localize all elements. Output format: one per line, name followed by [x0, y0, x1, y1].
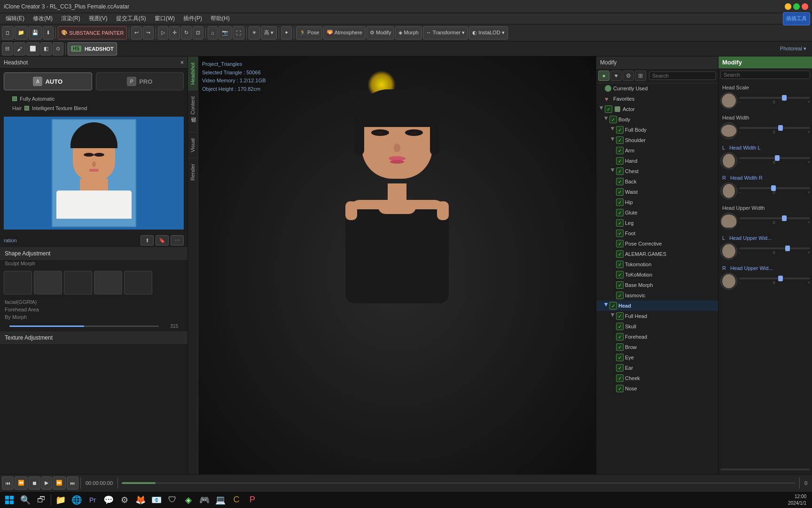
tree-filter-settings[interactable]: ⚙ — [623, 71, 634, 81]
quality-dropdown[interactable]: 高 ▾ — [261, 26, 277, 40]
app5[interactable]: 🛡 — [165, 492, 180, 508]
check-full-head[interactable]: ✓ — [616, 312, 624, 320]
tree-item-ear[interactable]: ✓ Ear — [596, 363, 718, 373]
tree-item-forehead[interactable]: ✓ Forehead — [596, 332, 718, 342]
app4[interactable]: 📧 — [149, 492, 164, 508]
app2[interactable]: ⚙ — [117, 492, 132, 508]
menu-submit[interactable]: 提交工具(S) — [112, 14, 150, 24]
morph-thumb-3[interactable] — [64, 271, 92, 294]
open-btn[interactable]: 📁 — [15, 26, 28, 40]
undo-btn[interactable]: ↩ — [131, 26, 142, 40]
select-btn[interactable]: ▷ — [158, 26, 168, 40]
head-upper-width-slider[interactable] — [739, 217, 810, 219]
app6[interactable]: ◈ — [181, 492, 196, 508]
edge-browser[interactable]: 🌐 — [69, 492, 84, 508]
check-head-section[interactable]: ✓ — [609, 302, 617, 310]
minimize-button[interactable] — [785, 3, 791, 10]
tree-item-chest[interactable]: ▶ ✓ Chest — [596, 166, 718, 176]
check-hip[interactable]: ✓ — [616, 198, 624, 206]
close-button[interactable] — [802, 3, 808, 10]
auto-mode-btn[interactable]: A AUTO — [4, 72, 92, 90]
settings-sm-btn[interactable]: ⋯ — [171, 235, 184, 246]
mask-btn[interactable]: ◧ — [40, 42, 52, 56]
check-skull[interactable]: ✓ — [616, 323, 624, 330]
layer-btn[interactable]: ⊟ — [2, 42, 13, 56]
hide-plugin-btn[interactable]: 插插工具 — [783, 12, 810, 25]
redo-btn[interactable]: ↪ — [143, 26, 154, 40]
arrow-head-section[interactable]: ▶ — [604, 302, 609, 309]
tree-item-glute[interactable]: ✓ Glute — [596, 207, 718, 218]
tree-filter-used[interactable]: ● — [598, 71, 609, 81]
photo-upload-area[interactable] — [4, 117, 184, 230]
check-cheek[interactable]: ✓ — [616, 374, 624, 382]
head-upper-width-l-slider[interactable] — [739, 247, 810, 249]
scene-tree-search[interactable] — [649, 71, 716, 80]
check-actor[interactable]: ✓ — [605, 105, 612, 113]
head-scale-slider[interactable] — [739, 97, 810, 99]
tree-filter-fav[interactable]: ♥ — [610, 71, 622, 81]
check-pose[interactable]: ✓ — [616, 240, 624, 247]
menu-render[interactable]: 渲染(R) — [57, 14, 84, 24]
head-upper-width-r-slider[interactable] — [739, 278, 810, 279]
check-hand[interactable]: ✓ — [616, 157, 624, 165]
menu-plugin[interactable]: 插件(P) — [180, 14, 206, 24]
check-eye[interactable]: ✓ — [616, 354, 624, 361]
check-foot[interactable]: ✓ — [616, 230, 624, 237]
app8[interactable]: 💻 — [213, 492, 228, 508]
tree-item-brow[interactable]: ✓ Brow — [596, 342, 718, 352]
prev-frame-btn[interactable]: ⏪ — [15, 476, 28, 490]
app7[interactable]: 🎮 — [197, 492, 212, 508]
stop-btn[interactable]: ⏹ — [29, 476, 40, 490]
tree-item-head-section[interactable]: ▶ ✓ Head — [596, 301, 718, 311]
morph-btn[interactable]: ◈ Morph — [395, 26, 422, 40]
side-tab-extra[interactable]: 路路 — [188, 120, 198, 132]
tree-item-alemar[interactable]: ✓ ALEMAR.GAMES — [596, 249, 718, 259]
tree-item-nose[interactable]: ✓ Nose — [596, 383, 718, 394]
arrow-full-head[interactable]: ▶ — [610, 313, 616, 319]
arrow-actor[interactable]: ▶ — [599, 106, 604, 112]
home-btn[interactable]: ⌂ — [208, 26, 218, 40]
modify-btn[interactable]: ⚙ Modify — [367, 26, 394, 40]
end-btn[interactable]: ⏭ — [67, 476, 78, 490]
menu-edit[interactable]: 编辑(E) — [2, 14, 28, 24]
head-width-r-slider[interactable] — [739, 187, 810, 189]
side-tab-render[interactable]: Render — [188, 158, 198, 186]
tree-item-eye[interactable]: ✓ Eye — [596, 352, 718, 363]
tree-item-foot[interactable]: ✓ Foot — [596, 228, 718, 238]
next-frame-btn[interactable]: ⏩ — [53, 476, 66, 490]
head-width-l-slider[interactable] — [739, 157, 810, 159]
menu-view[interactable]: 视图(V) — [85, 14, 111, 24]
app3[interactable]: 🦊 — [133, 492, 148, 508]
star-btn[interactable]: ✦ — [281, 26, 292, 40]
check-body[interactable]: ✓ — [609, 116, 617, 123]
tree-item-full-body[interactable]: ▶ ✓ Full Body — [596, 125, 718, 135]
pose-btn[interactable]: 🏃 Pose — [296, 26, 322, 40]
check-nose[interactable]: ✓ — [616, 385, 624, 392]
pro-mode-btn[interactable]: P PRO — [96, 72, 184, 90]
fullscreen-btn[interactable]: ⛶ — [233, 26, 244, 40]
tree-item-leg[interactable]: ✓ Leg — [596, 218, 718, 228]
tree-item-tokomotion[interactable]: ✓ Tokomotion — [596, 259, 718, 270]
start-button[interactable] — [2, 492, 17, 508]
paint-btn[interactable]: 🖌 — [14, 42, 25, 56]
headshot-panel-close[interactable]: × — [180, 59, 184, 66]
save-btn[interactable]: 💾 — [29, 26, 42, 40]
import-btn[interactable]: ⬇ — [43, 26, 54, 40]
camera-btn[interactable]: 📷 — [219, 26, 232, 40]
morph-thumb-4[interactable] — [94, 271, 122, 294]
headshot-active-tab[interactable]: HS HEADSHOT — [68, 42, 117, 56]
tree-item-shoulder[interactable]: ▶ ✓ Shoulder — [596, 135, 718, 145]
task-view[interactable]: 🗗 — [34, 492, 49, 508]
intelligent-texture-checkbox[interactable] — [24, 106, 29, 111]
tree-item-iasmovic[interactable]: ✓ Iasmovic — [596, 290, 718, 301]
slider-track-1[interactable] — [9, 325, 159, 327]
tree-item-tokomotion2[interactable]: ✓ ToKoMotion — [596, 270, 718, 280]
fully-auto-checkbox[interactable] — [12, 96, 17, 101]
morph-thumb-1[interactable] — [4, 271, 32, 294]
check-ear[interactable]: ✓ — [616, 364, 624, 372]
tree-item-pose-corrective[interactable]: ✓ Pose Corrective — [596, 238, 718, 249]
app10[interactable]: P — [245, 492, 260, 508]
main-viewport[interactable]: Project_Triangles Selected Triangle : 50… — [198, 56, 596, 491]
check-brow[interactable]: ✓ — [616, 343, 624, 351]
check-glute[interactable]: ✓ — [616, 209, 624, 216]
